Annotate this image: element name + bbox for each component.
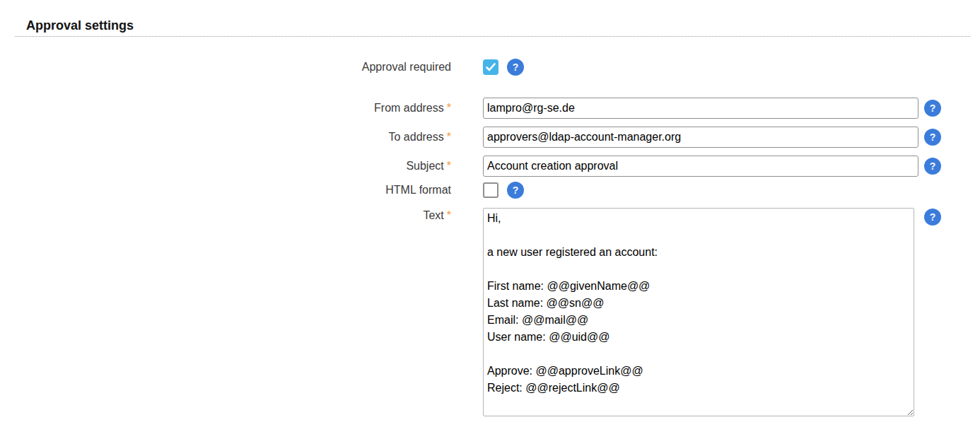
required-asterisk: * (447, 131, 451, 143)
to-address-label: To address* (15, 131, 483, 144)
subject-label: Subject* (15, 160, 483, 172)
text-row: Text* Hi, a new user registered an accou… (15, 208, 970, 416)
approval-required-help-icon[interactable]: ? (507, 59, 524, 76)
approval-settings-section: Approval settings Approval required ? Fr… (15, 18, 970, 416)
to-address-input[interactable] (483, 127, 918, 148)
from-address-row: From address* ? (15, 98, 970, 119)
required-asterisk: * (447, 209, 451, 221)
to-address-help-icon[interactable]: ? (924, 129, 941, 146)
subject-help-icon[interactable]: ? (924, 158, 941, 175)
html-format-help-icon[interactable]: ? (507, 182, 524, 199)
required-asterisk: * (447, 102, 451, 114)
html-format-checkbox[interactable] (483, 182, 498, 198)
subject-input[interactable] (483, 156, 918, 177)
to-address-row: To address* ? (15, 127, 970, 148)
from-address-help-icon[interactable]: ? (924, 100, 941, 117)
text-textarea[interactable]: Hi, a new user registered an account: Fi… (483, 208, 914, 416)
subject-row: Subject* ? (15, 156, 970, 177)
approval-required-label: Approval required (15, 61, 483, 74)
text-label: Text* (15, 208, 483, 222)
approval-settings-form: Approval required ? From address* ? (15, 59, 970, 416)
from-address-label: From address* (15, 102, 483, 115)
approval-required-row: Approval required ? (15, 59, 970, 76)
html-format-label: HTML format (15, 184, 483, 197)
required-asterisk: * (447, 160, 451, 172)
text-help-icon[interactable]: ? (924, 209, 941, 226)
approval-required-checkbox[interactable] (483, 59, 498, 75)
html-format-row: HTML format ? (15, 182, 970, 199)
section-title: Approval settings (15, 18, 970, 37)
checkmark-icon (486, 63, 496, 71)
from-address-input[interactable] (483, 98, 918, 119)
